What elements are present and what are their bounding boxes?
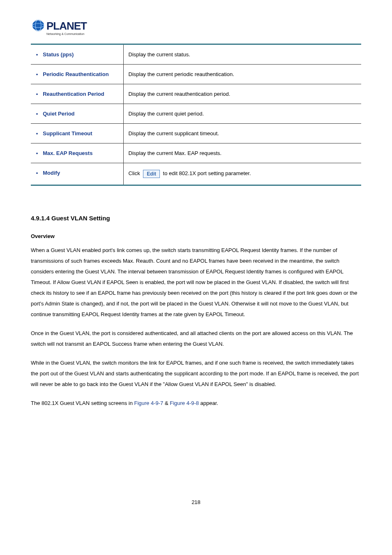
- figure-link-4-9-8[interactable]: Figure 4-9-8: [170, 400, 199, 406]
- after-text: to edit 802.1X port setting parameter.: [163, 170, 251, 176]
- brand-logo: PLANET Networking & Communication: [31, 16, 361, 39]
- overview-para-2: Once in the Guest VLAN, the port is cons…: [31, 328, 361, 349]
- row-desc: Display the current Max. EAP requests.: [123, 143, 361, 163]
- edit-button[interactable]: Edit: [143, 170, 160, 178]
- logo-tagline: Networking & Communication: [46, 32, 84, 36]
- click-text: Click: [129, 170, 140, 176]
- p4-mid: &: [163, 400, 170, 406]
- row-label: • Status (pps): [31, 44, 123, 65]
- figure-link-4-9-7[interactable]: Figure 4-9-7: [134, 400, 163, 406]
- row-label-modify: • Modify: [31, 163, 123, 185]
- parameters-table: • Status (pps) Display the current statu…: [31, 44, 361, 186]
- overview-para-1: When a Guest VLAN enabled port's link co…: [31, 245, 361, 320]
- p4-post: appear.: [199, 400, 218, 406]
- row-desc: Display the current reauthentication per…: [123, 84, 361, 104]
- row-label: • Max. EAP Requests: [31, 143, 123, 163]
- overview-para-4: The 802.1X Guest VLAN setting screens in…: [31, 398, 361, 409]
- svg-text:PLANET: PLANET: [46, 20, 87, 32]
- row-desc: Display the current quiet period.: [123, 104, 361, 124]
- row-desc: Display the current status.: [123, 44, 361, 65]
- page-number: 218: [31, 499, 361, 505]
- row-desc-modify: Click Edit to edit 802.1X port setting p…: [123, 163, 361, 185]
- row-desc: Display the current periodic reauthentic…: [123, 65, 361, 84]
- row-desc: Display the current supplicant timeout.: [123, 124, 361, 143]
- planet-logo-icon: PLANET Networking & Communication: [31, 16, 97, 39]
- row-label: • Reauthentication Period: [31, 84, 123, 104]
- overview-para-3: While in the Guest VLAN, the switch moni…: [31, 358, 361, 390]
- row-label: • Periodic Reauthentication: [31, 65, 123, 84]
- row-label: • Quiet Period: [31, 104, 123, 124]
- overview-heading: Overview: [31, 233, 361, 239]
- row-label: • Supplicant Timeout: [31, 124, 123, 143]
- section-heading: 4.9.1.4 Guest VLAN Setting: [31, 215, 361, 222]
- p4-pre: The 802.1X Guest VLAN setting screens in: [31, 400, 134, 406]
